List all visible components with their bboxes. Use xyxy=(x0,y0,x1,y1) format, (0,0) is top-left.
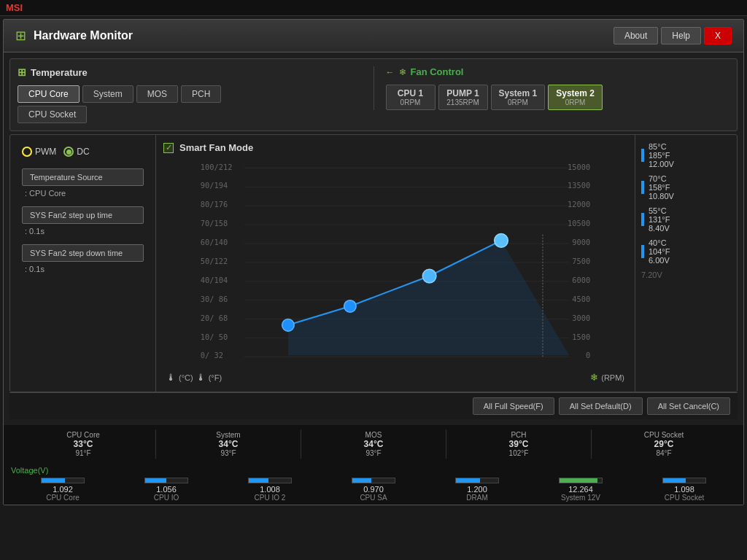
legend-tempf-2: 158°F xyxy=(649,183,674,192)
svg-text:1500: 1500 xyxy=(572,332,590,341)
legend-volt-2: 10.80V xyxy=(649,192,674,201)
temp-source-button[interactable]: Temperature Source xyxy=(22,168,144,186)
left-controls: PWM DC Temperature Source : CPU Core SYS… xyxy=(10,135,156,392)
window-title: Hardware Monitor xyxy=(34,29,133,42)
svg-text:4500: 4500 xyxy=(572,295,590,303)
fan-tab-sys1[interactable]: System 1 0RPM xyxy=(491,85,546,110)
monitor-name-system: System xyxy=(160,431,296,439)
fan-control-label: Fan Control xyxy=(411,66,464,77)
voltage-bar-fill xyxy=(42,478,65,483)
svg-text:20/ 68: 20/ 68 xyxy=(201,314,228,322)
voltage-value: 1.200 xyxy=(467,485,487,494)
voltage-value: 1.092 xyxy=(53,485,73,494)
legend-temp-3: 55°C xyxy=(649,206,670,215)
right-legend: 85°C 185°F 12.00V 70°C 158°F 10.80V xyxy=(635,135,737,392)
legend-temp-4: 40°C xyxy=(649,238,670,247)
svg-text:12000: 12000 xyxy=(568,200,590,209)
step-down-button[interactable]: SYS Fan2 step down time xyxy=(22,244,144,262)
svg-text:90/194: 90/194 xyxy=(201,181,228,190)
voltage-bar-container xyxy=(455,478,499,483)
temperature-icon: ⊞ xyxy=(18,66,26,78)
fan-tab-sys2[interactable]: System 2 0RPM xyxy=(548,85,603,110)
curve-point-4[interactable] xyxy=(495,234,508,248)
svg-text:100/212: 100/212 xyxy=(201,163,233,171)
full-speed-button[interactable]: All Full Speed(F) xyxy=(473,397,554,415)
voltage-bar-container xyxy=(662,478,706,483)
set-default-button[interactable]: All Set Default(D) xyxy=(559,397,643,415)
pwm-label: PWM xyxy=(35,147,56,157)
top-bar: MSI xyxy=(0,0,747,16)
voltage-bar-container xyxy=(352,478,395,483)
voltage-name: DRAM xyxy=(466,494,487,502)
app-logo: MSI xyxy=(6,2,23,13)
monitor-name-cpu-core: CPU Core xyxy=(15,431,151,439)
monitor-name-pch: PCH xyxy=(451,431,587,439)
about-button[interactable]: About xyxy=(614,27,658,44)
smart-fan-panel: PWM DC Temperature Source : CPU Core SYS… xyxy=(9,134,738,392)
thermometer-f-icon: 🌡 xyxy=(196,372,206,383)
chart-container[interactable]: 100/212 90/194 80/176 70/158 60/140 50/1… xyxy=(163,159,627,370)
temperature-tabs: CPU Core System MOS PCH xyxy=(18,85,362,103)
step-up-button[interactable]: SYS Fan2 step up time xyxy=(22,206,144,224)
voltage-name: System 12V xyxy=(561,494,600,502)
voltage-bar-fill xyxy=(145,478,166,483)
fan-tabs: CPU 1 0RPM PUMP 1 2135RPM System 1 0RPM … xyxy=(386,85,730,110)
monitor-bar: CPU Core 33°C 91°F System 34°C 93°F MOS … xyxy=(4,425,743,463)
voltage-item-cpu-io-2: 1.008 CPU IO 2 xyxy=(218,478,322,502)
svg-text:7500: 7500 xyxy=(572,257,590,265)
monitor-c-system: 34°C xyxy=(160,439,296,449)
legend-temp-2: 70°C xyxy=(649,174,674,183)
temperature-section: ⊞ Temperature CPU Core System MOS PCH CP… xyxy=(18,66,362,123)
celsius-label: (°C) xyxy=(179,373,193,382)
tab-mos[interactable]: MOS xyxy=(136,85,178,103)
voltage-bar-fill xyxy=(663,478,686,483)
dc-radio[interactable]: DC xyxy=(63,147,89,157)
svg-text:10/ 50: 10/ 50 xyxy=(201,332,228,341)
voltage-bar-container xyxy=(559,478,603,483)
svg-text:9000: 9000 xyxy=(572,238,590,246)
voltage-value: 1.098 xyxy=(674,485,694,494)
voltage-value: 1.056 xyxy=(156,485,177,494)
curve-point-3[interactable] xyxy=(422,269,436,283)
set-cancel-button[interactable]: All Set Cancel(C) xyxy=(647,397,730,415)
voltage-bar-fill xyxy=(249,478,268,483)
smart-fan-checkbox[interactable]: ✓ xyxy=(163,143,174,153)
monitor-pch: PCH 39°C 102°F xyxy=(446,429,592,459)
monitor-c-cpu-socket: 29°C xyxy=(596,439,732,449)
curve-point-2[interactable] xyxy=(344,300,357,313)
fahrenheit-label: (°F) xyxy=(209,373,222,382)
help-button[interactable]: Help xyxy=(661,27,701,44)
curve-point-1[interactable] xyxy=(282,319,295,332)
voltage-value: 12.264 xyxy=(568,485,593,494)
svg-text:50/122: 50/122 xyxy=(201,257,228,265)
svg-text:30/ 86: 30/ 86 xyxy=(201,295,228,303)
fan-tab-cpu1[interactable]: CPU 1 0RPM xyxy=(386,85,436,110)
monitor-name-cpu-socket: CPU Socket xyxy=(596,431,732,439)
tab-cpu-socket[interactable]: CPU Socket xyxy=(18,106,87,123)
tab-pch[interactable]: PCH xyxy=(181,85,221,103)
legend-inactive: 7.20V xyxy=(641,271,731,279)
tab-cpu-core[interactable]: CPU Core xyxy=(18,85,80,103)
main-window: ⊞ Hardware Monitor About Help X ⊞ Temper… xyxy=(3,19,744,505)
monitor-system: System 34°C 93°F xyxy=(156,429,301,459)
voltage-name: CPU Socket xyxy=(665,494,704,502)
window-icon: ⊞ xyxy=(15,28,26,44)
legend-tempf-1: 185°F xyxy=(649,151,674,160)
monitor-cpu-socket: CPU Socket 29°C 84°F xyxy=(592,429,736,459)
monitor-f-pch: 102°F xyxy=(451,449,587,457)
status-bar: All Full Speed(F) All Set Default(D) All… xyxy=(9,392,738,419)
close-button[interactable]: X xyxy=(704,27,732,44)
fan-tab-pump1[interactable]: PUMP 1 2135RPM xyxy=(438,85,488,110)
tab-system[interactable]: System xyxy=(82,85,133,103)
monitor-c-mos: 34°C xyxy=(306,439,441,449)
pwm-radio[interactable]: PWM xyxy=(22,147,56,157)
legend-item-4: 40°C 104°F 6.00V xyxy=(641,238,731,265)
voltage-value: 1.008 xyxy=(260,485,280,494)
smart-fan-title: Smart Fan Mode xyxy=(179,142,253,153)
rpm-label: (RPM) xyxy=(601,373,624,382)
fan-icon-header: ❄ xyxy=(399,67,406,77)
voltage-item-cpu-sa: 0.970 CPU SA xyxy=(322,478,425,502)
monitor-c-pch: 39°C xyxy=(451,439,587,449)
svg-marker-33 xyxy=(288,241,569,355)
legend-tempf-4: 104°F xyxy=(649,247,670,256)
